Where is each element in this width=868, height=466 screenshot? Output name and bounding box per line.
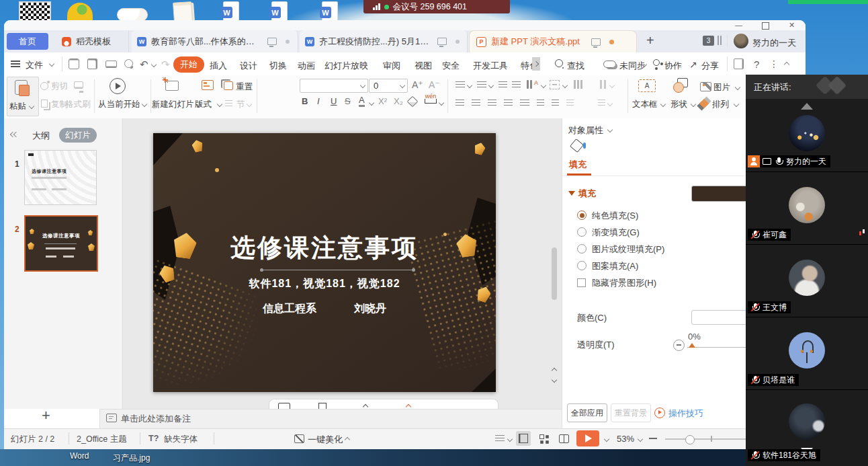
tab-docer[interactable]: 稻壳模板: [54, 30, 129, 52]
new-tab-button[interactable]: +: [646, 33, 654, 48]
textbox-icon[interactable]: A: [638, 79, 656, 92]
save-icon[interactable]: [69, 59, 79, 69]
columns-icon[interactable]: [574, 80, 576, 89]
radio-pattern-fill-label[interactable]: 图案填充(A): [592, 260, 638, 272]
user-avatar[interactable]: [734, 34, 748, 48]
undo-icon[interactable]: ↶: [140, 59, 148, 71]
missing-font-label[interactable]: 缺失字体: [164, 434, 198, 445]
radio-gradient-fill[interactable]: [577, 227, 587, 237]
spacing-before-icon[interactable]: [552, 100, 559, 106]
layout-label[interactable]: 版式: [195, 99, 212, 110]
increase-indent-icon[interactable]: [512, 81, 521, 87]
menu-tab-features[interactable]: 特色: [521, 60, 532, 72]
justify-icon[interactable]: [504, 100, 513, 106]
fill-tab-label[interactable]: 填充: [569, 159, 587, 171]
theme-name[interactable]: 2_Office 主题: [77, 434, 127, 445]
radio-picture-fill[interactable]: [577, 244, 587, 254]
tab-home[interactable]: 首页: [7, 33, 48, 50]
underline-button[interactable]: U: [331, 96, 337, 106]
desktop-icon-qr[interactable]: [19, 1, 51, 22]
font-color-button[interactable]: A: [359, 95, 365, 107]
close-button[interactable]: ✕: [789, 21, 795, 30]
shrink-font-button[interactable]: A⁻: [429, 79, 440, 90]
menu-overflow-button[interactable]: [532, 57, 540, 71]
tips-play-icon[interactable]: [654, 407, 665, 418]
reset-icon[interactable]: [224, 81, 233, 90]
menu-tab-review[interactable]: 审阅: [383, 60, 400, 72]
participant-tile[interactable]: 王文博: [746, 244, 868, 317]
play-slideshow-button[interactable]: [576, 430, 599, 446]
reset-label[interactable]: 重置: [236, 81, 253, 93]
picture-icon[interactable]: [700, 82, 711, 91]
desktop-shortcut-image[interactable]: 习产品.jpg: [113, 453, 150, 464]
menu-tab-animation[interactable]: 动画: [298, 60, 315, 72]
tab-document-1[interactable]: W 教育部等八部...作体系的意见: [132, 30, 298, 52]
fill-color-swatch[interactable]: [691, 186, 748, 202]
zoom-slider-knob[interactable]: [685, 435, 695, 444]
add-slide-button[interactable]: +: [42, 407, 50, 424]
menu-tab-transition[interactable]: 切换: [269, 60, 287, 72]
distribute-icon[interactable]: [520, 100, 529, 106]
menu-tab-security[interactable]: 安全: [442, 60, 460, 72]
slide[interactable]: 选修课注意事项 软件181，视觉181，视觉182 信息工程系 刘晓丹: [153, 133, 496, 392]
italic-button[interactable]: I: [317, 96, 320, 106]
participant-tile[interactable]: 软件181谷天旭: [746, 389, 868, 466]
beautify-button[interactable]: 一键美化: [308, 434, 343, 446]
tab-document-2[interactable]: W 齐工程疫情防控...丹) 5月17日: [300, 30, 468, 52]
chevron-down-icon[interactable]: [607, 127, 613, 132]
minimize-button[interactable]: —: [735, 21, 742, 29]
view-reading-button[interactable]: [556, 431, 571, 446]
slide-title[interactable]: 选修课注意事项: [153, 231, 496, 265]
tips-link[interactable]: 操作技巧: [668, 407, 703, 420]
meeting-id-bar[interactable]: 会议号 259 696 401: [363, 0, 510, 13]
numbered-list-icon[interactable]: [477, 81, 486, 87]
zoom-value[interactable]: 53%: [617, 434, 634, 444]
bullet-list-icon[interactable]: [455, 81, 465, 87]
tab-document-active[interactable]: P 新建 PPT 演示文稿.ppt: [469, 30, 637, 52]
slide1-thumbnail[interactable]: 选修课注意事项: [24, 150, 97, 205]
menu-tab-slideshow[interactable]: 幻灯片放映: [324, 60, 368, 72]
decrease-indent-icon[interactable]: [498, 81, 507, 87]
hamburger-icon[interactable]: [11, 61, 20, 67]
radio-solid-fill-label[interactable]: 纯色填充(S): [592, 210, 638, 222]
zoom-out-button[interactable]: [649, 438, 657, 439]
new-slide-label[interactable]: 新建幻灯片: [152, 99, 194, 110]
textbox-label[interactable]: 文本框: [632, 99, 658, 110]
align-text-box-icon[interactable]: [550, 80, 560, 89]
menu-tab-devtools[interactable]: 开发工具: [473, 60, 508, 72]
tab-count-badge[interactable]: 3: [703, 36, 714, 46]
menu-share[interactable]: 分享: [701, 60, 719, 72]
more-icon[interactable]: ⋮: [769, 59, 779, 69]
fill-bucket-icon[interactable]: [570, 139, 584, 153]
print-preview-icon[interactable]: [124, 59, 133, 68]
user-name[interactable]: 努力的一天: [752, 37, 796, 49]
spacing-after-icon[interactable]: [566, 100, 574, 106]
section-expand-icon[interactable]: [568, 191, 575, 196]
arrange-label[interactable]: 排列: [712, 99, 729, 110]
shapes-label[interactable]: 形状: [670, 99, 687, 110]
scroll-up-icon[interactable]: [801, 103, 813, 110]
transparency-slider-marker[interactable]: [689, 343, 695, 348]
picture-label[interactable]: 图片: [713, 82, 730, 93]
radio-solid-fill[interactable]: [577, 210, 587, 220]
align-center-icon[interactable]: [472, 100, 480, 106]
grow-font-button[interactable]: A⁺: [412, 79, 423, 90]
subscript-button[interactable]: X₂: [394, 96, 403, 106]
font-family-select[interactable]: [300, 79, 368, 93]
notes-toggle-icon[interactable]: [495, 435, 505, 441]
paste-label[interactable]: 粘贴: [9, 101, 26, 112]
play-from-current-label[interactable]: 从当前开始: [98, 99, 140, 110]
section-label[interactable]: 节: [236, 99, 245, 110]
participant-tile[interactable]: 努力的一天: [746, 99, 868, 171]
menu-tab-design[interactable]: 设计: [240, 60, 257, 72]
align-right-icon[interactable]: [488, 100, 496, 106]
checkbox-hide-background[interactable]: [577, 278, 586, 287]
share-arrow-icon[interactable]: ↗: [689, 59, 697, 70]
color-dropdown[interactable]: [691, 310, 748, 325]
slide2-thumbnail[interactable]: 选修课注意事项: [24, 215, 98, 272]
tab-slides[interactable]: 幻灯片: [59, 128, 97, 143]
tab-outline[interactable]: 大纲: [32, 130, 50, 142]
maximize-button[interactable]: [762, 22, 769, 30]
export-icon[interactable]: [87, 59, 97, 69]
desktop-shortcut-word[interactable]: Word: [70, 451, 89, 461]
